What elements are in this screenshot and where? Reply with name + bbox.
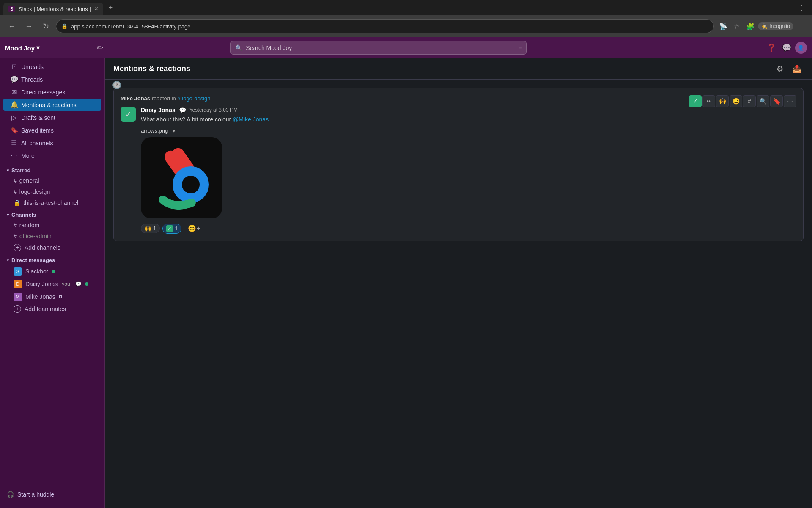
extensions-icon[interactable]: 🧩 bbox=[744, 20, 756, 32]
daisy-online-indicator bbox=[85, 282, 88, 286]
bookmark-star-icon[interactable]: ☆ bbox=[731, 20, 743, 32]
action-more-btn[interactable]: ⋯ bbox=[784, 95, 796, 107]
add-teammates-button[interactable]: + Add teammates bbox=[3, 304, 101, 315]
logo-design-label: logo-design bbox=[19, 188, 50, 195]
tab-menu-button[interactable]: ⋮ bbox=[798, 3, 809, 12]
start-huddle-button[interactable]: 🎧 Start a huddle bbox=[0, 488, 104, 501]
activity-button[interactable]: 💬 bbox=[780, 41, 793, 55]
add-reaction-icon: 😊+ bbox=[188, 225, 200, 232]
sidebar-item-all-channels[interactable]: ☰ All channels bbox=[3, 137, 101, 149]
huddle-icon: 🎧 bbox=[7, 491, 14, 498]
avatar-image: 👤 bbox=[798, 45, 804, 51]
back-button[interactable]: ← bbox=[5, 19, 19, 33]
incognito-button[interactable]: 🕵 Incognito bbox=[758, 22, 793, 30]
sidebar-item-office-admin[interactable]: # office-admin bbox=[3, 231, 101, 241]
starred-chevron-icon: ▾ bbox=[7, 168, 9, 173]
cast-icon[interactable]: 📡 bbox=[717, 20, 729, 32]
action-search-btn[interactable]: 🔍 bbox=[757, 95, 769, 107]
topbar-right: ❓ 💬 👤 bbox=[765, 41, 807, 55]
settings-button[interactable]: ⚙ bbox=[773, 62, 787, 76]
hash-icon: # bbox=[14, 177, 17, 184]
address-bar[interactable]: 🔒 app.slack.com/client/T04A4T58F4H/activ… bbox=[56, 19, 714, 33]
channels-section-header[interactable]: ▾ Channels bbox=[0, 208, 104, 220]
reactor-name: Mike Jonas bbox=[121, 95, 150, 102]
tab-title: Slack | Mentions & reactions | bbox=[19, 6, 91, 12]
reload-button[interactable]: ↻ bbox=[39, 19, 52, 33]
add-reaction-button[interactable]: 😊+ bbox=[184, 223, 204, 234]
action-hands-btn[interactable]: 🙌 bbox=[716, 95, 729, 107]
reaction-check[interactable]: ✓ 1 bbox=[162, 224, 181, 234]
more-label: More bbox=[21, 152, 94, 159]
action-check-btn[interactable]: ✓ bbox=[689, 95, 702, 107]
sidebar-item-random[interactable]: # random bbox=[3, 220, 101, 230]
all-channels-icon: ☰ bbox=[10, 139, 18, 147]
hash-icon-3: # bbox=[14, 222, 17, 229]
reaction-action: reacted in bbox=[152, 95, 178, 102]
dm-section-header[interactable]: ▾ Direct messages bbox=[0, 254, 104, 265]
slackbot-label: Slackbot bbox=[25, 268, 48, 275]
message-mention[interactable]: @Mike Jonas bbox=[233, 116, 269, 123]
dm-chevron-icon: ▾ bbox=[7, 258, 9, 262]
sidebar-item-drafts-sent[interactable]: ▷ Drafts & sent bbox=[3, 111, 101, 124]
sidebar-item-daisy-jonas[interactable]: D Daisy Jonas you 💬 bbox=[3, 278, 101, 290]
action-hash-plus-btn[interactable]: # bbox=[743, 95, 756, 107]
add-channels-button[interactable]: + Add channels bbox=[3, 242, 101, 253]
search-filter-icon: ≡ bbox=[519, 45, 522, 51]
direct-messages-nav-label: Direct messages bbox=[21, 89, 94, 96]
search-icon: 🔍 bbox=[235, 44, 242, 51]
action-bookmark-btn[interactable]: 🔖 bbox=[770, 95, 783, 107]
ssl-lock-icon: 🔒 bbox=[61, 23, 68, 29]
mike-jonas-label: Mike Jonas bbox=[25, 293, 55, 300]
sidebar-item-general[interactable]: # general bbox=[3, 176, 101, 186]
sidebar-bottom: 🎧 Start a huddle bbox=[0, 484, 104, 508]
starred-section-header[interactable]: ▾ Starred bbox=[0, 164, 104, 175]
help-button[interactable]: ❓ bbox=[765, 41, 778, 55]
main-layout: Mood Joy ▾ ✏ 🕐 🔍 Search Mood Joy ≡ ❓ 💬 👤 bbox=[0, 37, 812, 508]
add-teammates-icon: + bbox=[14, 305, 21, 313]
message-thread-icon: 💬 bbox=[179, 107, 186, 113]
unreads-label: Unreads bbox=[21, 64, 94, 70]
attachment-name[interactable]: arrows.png ▼ bbox=[141, 127, 269, 134]
drafts-sent-icon: ▷ bbox=[10, 113, 18, 121]
workspace-name[interactable]: Mood Joy ▾ bbox=[5, 44, 40, 52]
sidebar-item-unreads[interactable]: ⊡ Unreads bbox=[3, 61, 101, 73]
forward-button[interactable]: → bbox=[22, 19, 36, 33]
message-main: Daisy Jonas 💬 Yesterday at 3:03 PM What … bbox=[141, 107, 269, 234]
reaction-hands[interactable]: 🙌 1 bbox=[141, 224, 160, 233]
active-tab[interactable]: S Slack | Mentions & reactions | × bbox=[3, 3, 103, 15]
archive-button[interactable]: 📥 bbox=[790, 62, 804, 76]
sidebar-item-test-channel[interactable]: 🔒 this-is-a-test-channel bbox=[3, 198, 101, 208]
message-avatar: ✓ bbox=[121, 107, 136, 122]
browser-menu-button[interactable]: ⋮ bbox=[795, 20, 807, 32]
new-tab-button[interactable]: + bbox=[105, 2, 117, 14]
workspace-chevron-icon: ▾ bbox=[36, 44, 40, 52]
sidebar-item-more[interactable]: ⋯ More bbox=[3, 149, 101, 162]
sidebar-item-direct-messages-nav[interactable]: ✉ Direct messages bbox=[3, 86, 101, 98]
check-count: 1 bbox=[175, 225, 178, 232]
daisy-thread-icon: 💬 bbox=[75, 281, 82, 287]
slack-topbar: Mood Joy ▾ ✏ 🕐 🔍 Search Mood Joy ≡ ❓ 💬 👤 bbox=[0, 37, 812, 58]
user-avatar-topbar[interactable]: 👤 bbox=[795, 42, 807, 54]
sidebar-item-mike-jonas[interactable]: M Mike Jonas bbox=[3, 291, 101, 303]
sidebar-item-saved-items[interactable]: 🔖 Saved items bbox=[3, 124, 101, 136]
compose-button[interactable]: ✏ bbox=[93, 41, 107, 55]
history-button[interactable]: 🕐 bbox=[110, 78, 123, 92]
sidebar-item-logo-design[interactable]: # logo-design bbox=[3, 187, 101, 197]
mentions-reactions-label: Mentions & reactions bbox=[21, 102, 94, 108]
action-ellipsis-btn[interactable]: •• bbox=[702, 95, 715, 107]
browser-actions: 📡 ☆ 🧩 🕵 Incognito ⋮ bbox=[717, 20, 807, 32]
attachment-toggle-icon[interactable]: ▼ bbox=[171, 128, 176, 134]
sidebar-item-slackbot[interactable]: S Slackbot bbox=[3, 265, 101, 277]
message-text-content: What about this? A bit more colour bbox=[141, 116, 231, 123]
search-bar[interactable]: 🔍 Search Mood Joy ≡ bbox=[230, 41, 527, 55]
message-image[interactable] bbox=[141, 137, 222, 218]
channel-link[interactable]: # logo-design bbox=[177, 95, 210, 102]
sidebar-item-threads[interactable]: 💬 Threads bbox=[3, 73, 101, 86]
message-body: ✓ Daisy Jonas 💬 Yesterday at 3:03 PM Wha… bbox=[121, 107, 269, 234]
office-admin-label: office-admin bbox=[19, 233, 52, 240]
sidebar-item-mentions-reactions[interactable]: 🔔 Mentions & reactions bbox=[3, 99, 101, 111]
add-channels-icon: + bbox=[14, 244, 21, 251]
drafts-sent-label: Drafts & sent bbox=[21, 114, 94, 121]
action-emoji-btn[interactable]: 😀 bbox=[730, 95, 742, 107]
tab-close-button[interactable]: × bbox=[94, 6, 98, 12]
